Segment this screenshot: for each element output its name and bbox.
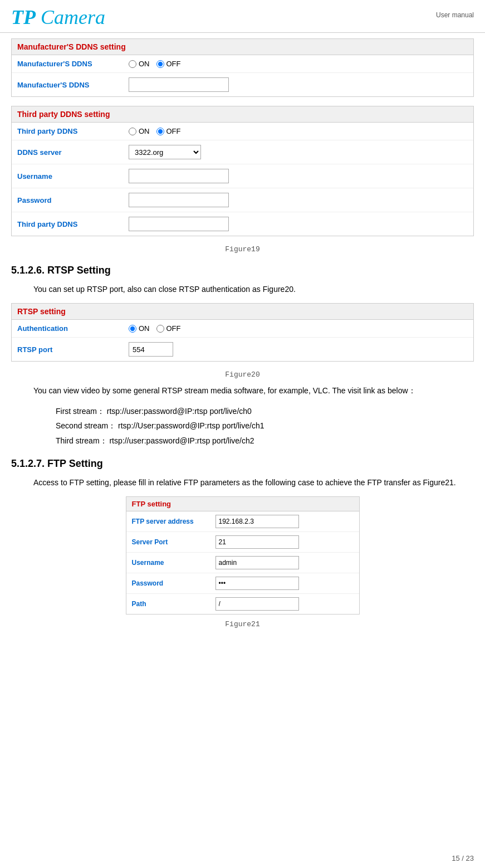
rtsp-row2: RTSP port — [12, 338, 473, 361]
manufacturer-ddns-radio-group: ON OFF — [129, 60, 181, 68]
third-party-ddns-control1: ON OFF — [129, 127, 468, 135]
ftp-server-address-label: FTP server address — [132, 518, 215, 525]
manufacturer-ddns-on-label: ON — [139, 60, 150, 68]
logo-area: TP Camera — [11, 6, 105, 29]
manufacturer-ddns-row2: Manufactuer'S DDNS — [12, 73, 473, 96]
ftp-username-input[interactable] — [215, 556, 299, 569]
third-party-ddns-off-radio[interactable] — [156, 128, 164, 135]
ddns-server-select[interactable]: 3322.org — [129, 145, 201, 159]
rtsp-port-input[interactable] — [129, 342, 173, 357]
rtsp-row1: Authentication ON OFF — [12, 320, 473, 338]
manufacturer-ddns-row1: Manufacturer'S DDNS ON OFF — [12, 55, 473, 73]
ftp-row1: FTP server address — [126, 511, 359, 532]
user-manual-label: User manual — [436, 6, 474, 19]
figure20-caption: Figure20 — [11, 370, 474, 379]
ddns-server-control: 3322.org — [129, 145, 468, 159]
ftp-row2: Server Port — [126, 532, 359, 553]
third-party-ddns-row1: Third party DDNS ON OFF — [12, 123, 473, 140]
ddns-server-label: DDNS server — [17, 148, 129, 157]
manufacturer-ddns-on-item: ON — [129, 60, 150, 68]
third-party-ddns-label5: Third party DDNS — [17, 220, 129, 228]
third-party-ddns-off-item: OFF — [156, 127, 181, 135]
ftp-password-label: Password — [132, 579, 215, 587]
third-party-username-input[interactable] — [129, 169, 229, 183]
ftp-setting-box: FTP setting FTP server address Server Po… — [126, 496, 360, 615]
third-party-ddns-box: Third party DDNS setting Third party DDN… — [11, 106, 474, 236]
page-content: Manufacturer'S DDNS setting Manufacturer… — [0, 38, 485, 645]
ftp-row3: Username — [126, 553, 359, 573]
manufacturer-ddns-label1: Manufacturer'S DDNS — [17, 60, 129, 68]
third-party-ddns-header: Third party DDNS setting — [12, 106, 473, 123]
rtsp-stream3: Third stream： rtsp://user:password@IP:rt… — [11, 435, 474, 447]
authentication-control: ON OFF — [129, 324, 468, 333]
manufacturer-ddns-header: Manufacturer'S DDNS setting — [12, 39, 473, 55]
third-party-username-label: Username — [17, 172, 129, 181]
third-party-password-input[interactable] — [129, 193, 229, 207]
third-party-ddns-radio-group: ON OFF — [129, 127, 181, 135]
third-party-ddns-control5 — [129, 217, 468, 231]
logo: TP Camera — [11, 6, 105, 29]
ftp-outer: FTP setting FTP server address Server Po… — [11, 496, 474, 615]
ftp-path-input[interactable] — [215, 597, 299, 611]
authentication-radio-group: ON OFF — [129, 324, 181, 333]
figure21-caption: Figure21 — [11, 620, 474, 628]
page-header: TP Camera User manual — [0, 0, 485, 33]
rtsp-body-text: You can set up RTSP port, also can close… — [11, 283, 474, 295]
manufacturer-ddns-off-label: OFF — [166, 60, 181, 68]
ftp-server-port-label: Server Port — [132, 538, 215, 546]
third-party-ddns-on-radio[interactable] — [129, 128, 136, 135]
authentication-off-item: OFF — [156, 324, 181, 333]
rtsp-stream2: Second stream： rtsp://User:password@IP:r… — [11, 420, 474, 432]
third-party-password-control — [129, 193, 468, 207]
third-party-ddns-row3: Username — [12, 164, 473, 188]
ftp-row4: Password — [126, 573, 359, 594]
third-party-ddns-row2: DDNS server 3322.org — [12, 140, 473, 164]
rtsp-setting-header: RTSP setting — [12, 304, 473, 320]
authentication-label: Authentication — [17, 324, 129, 333]
rtsp-port-control — [129, 342, 468, 357]
third-party-ddns-row5: Third party DDNS — [12, 212, 473, 236]
manufacturer-ddns-box: Manufacturer'S DDNS setting Manufacturer… — [11, 38, 474, 97]
figure19-caption: Figure19 — [11, 245, 474, 253]
manufacturer-ddns-label2: Manufactuer'S DDNS — [17, 81, 129, 89]
manufacturer-ddns-input[interactable] — [129, 77, 229, 92]
rtsp-port-label: RTSP port — [17, 345, 129, 354]
rtsp-stream1: First stream： rtsp://user:password@IP:rt… — [11, 405, 474, 417]
ftp-server-address-input[interactable] — [215, 515, 299, 528]
manufacturer-ddns-control1: ON OFF — [129, 60, 468, 68]
third-party-password-label: Password — [17, 196, 129, 204]
rtsp-body-line1: You can view video by some general RTSP … — [11, 384, 474, 397]
page-footer: 15 / 23 — [452, 854, 474, 862]
third-party-ddns-input5[interactable] — [129, 217, 229, 231]
ftp-server-port-input[interactable] — [215, 535, 299, 549]
third-party-ddns-on-label: ON — [139, 127, 150, 135]
authentication-on-radio[interactable] — [129, 325, 136, 333]
ftp-setting-header: FTP setting — [126, 497, 359, 511]
manufacturer-ddns-off-item: OFF — [156, 60, 181, 68]
authentication-off-label: OFF — [166, 324, 181, 333]
manufacturer-ddns-control2 — [129, 77, 468, 92]
manufacturer-ddns-on-radio[interactable] — [129, 60, 136, 68]
authentication-on-label: ON — [139, 324, 150, 333]
rtsp-setting-box: RTSP setting Authentication ON OFF RTSP … — [11, 303, 474, 362]
third-party-ddns-off-label: OFF — [166, 127, 181, 135]
ftp-body-text: Access to FTP setting, please fill in re… — [11, 476, 474, 489]
ftp-row5: Path — [126, 594, 359, 614]
third-party-ddns-row4: Password — [12, 188, 473, 212]
third-party-ddns-on-item: ON — [129, 127, 150, 135]
ftp-username-label: Username — [132, 559, 215, 567]
third-party-ddns-label1: Third party DDNS — [17, 127, 129, 135]
third-party-username-control — [129, 169, 468, 183]
rtsp-section-heading: 5.1.2.6. RTSP Setting — [11, 265, 474, 276]
ftp-password-input[interactable] — [215, 577, 299, 590]
manufacturer-ddns-off-radio[interactable] — [156, 60, 164, 68]
ftp-path-label: Path — [132, 600, 215, 608]
ftp-section-heading: 5.1.2.7. FTP Setting — [11, 458, 474, 470]
authentication-off-radio[interactable] — [156, 325, 164, 333]
authentication-on-item: ON — [129, 324, 150, 333]
